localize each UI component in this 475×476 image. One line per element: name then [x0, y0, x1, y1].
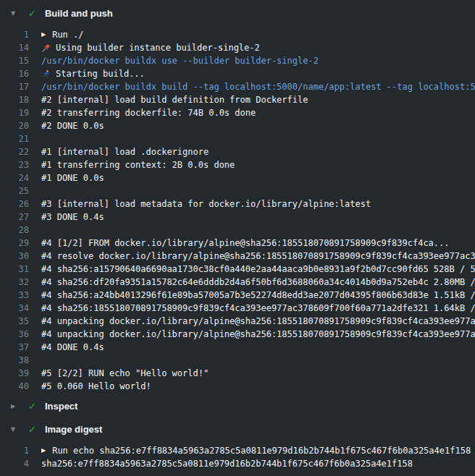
- log-text: #1 DONE 0.0s: [41, 171, 104, 184]
- log-line[interactable]: 21: [0, 132, 475, 145]
- chevron-down-icon[interactable]: ▼: [11, 426, 20, 433]
- log-line[interactable]: 1▶Run echo sha256:e7ff8834a5963a2785c5a0…: [0, 444, 475, 457]
- log-section-image-digest: ▼ ✓ Image digest 1▶Run echo sha256:e7ff8…: [0, 417, 475, 472]
- expand-run-icon[interactable]: ▶: [41, 28, 46, 41]
- log-text: Run ./: [52, 28, 83, 41]
- log-lines-build-and-push: 1▶Run ./14Using builder instance builder…: [0, 25, 475, 394]
- line-number: 35: [0, 315, 29, 328]
- log-line[interactable]: 26#3 [internal] load metadata for docker…: [0, 197, 475, 211]
- log-text: #4 sha256:a24bb4013296f61e89ba57005a7b3e…: [41, 289, 475, 302]
- log-line-text: ▶Run echo sha256:e7ff8834a5963a2785c5a08…: [41, 444, 475, 457]
- log-line-text: #4 sha256:185518070891758909c9f839cf4ca3…: [41, 302, 475, 315]
- line-number: 36: [0, 328, 29, 341]
- section-header-build-and-push[interactable]: ▼ ✓ Build and push: [0, 1, 475, 25]
- success-check-icon: ✓: [28, 401, 36, 412]
- line-number: 19: [0, 106, 29, 119]
- log-line[interactable]: 17/usr/bin/docker buildx build --tag loc…: [0, 80, 475, 93]
- log-line[interactable]: 29#4 [1/2] FROM docker.io/library/alpine…: [0, 237, 475, 250]
- line-number: 26: [0, 197, 29, 211]
- runner-icon: [41, 69, 51, 79]
- log-text: #4 DONE 0.4s: [41, 341, 104, 354]
- success-check-icon: ✓: [28, 8, 36, 19]
- log-line[interactable]: 39#5 [2/2] RUN echo "Hello world!": [0, 367, 475, 380]
- log-line-text: Starting build...: [41, 67, 475, 80]
- log-line-text: #4 DONE 0.4s: [41, 341, 475, 354]
- log-text: #4 resolve docker.io/library/alpine@sha2…: [41, 250, 475, 263]
- log-line-text: #1 [internal] load .dockerignore: [41, 145, 475, 158]
- log-line[interactable]: 23#1 transferring context: 2B 0.0s done: [0, 158, 475, 171]
- line-number: 14: [0, 41, 29, 54]
- log-line[interactable]: 31#4 sha256:a15790640a6690aa1730c38cf0a4…: [0, 263, 475, 276]
- log-line-text: #4 resolve docker.io/library/alpine@sha2…: [41, 250, 475, 263]
- log-line-text: [41, 354, 475, 367]
- line-number: 1: [0, 28, 29, 41]
- log-line[interactable]: 18#2 [internal] load build definition fr…: [0, 93, 475, 106]
- log-line[interactable]: 19#2 transferring dockerfile: 74B 0.0s d…: [0, 106, 475, 119]
- log-text: /usr/bin/docker buildx use --builder bui…: [41, 54, 319, 67]
- log-line-text: #1 transferring context: 2B 0.0s done: [41, 158, 475, 171]
- log-line[interactable]: 27#3 DONE 0.4s: [0, 211, 475, 224]
- log-line-text: #1 DONE 0.0s: [41, 171, 475, 184]
- log-text: #4 unpacking docker.io/library/alpine@sh…: [41, 328, 475, 341]
- line-number: 18: [0, 93, 29, 106]
- line-number: 15: [0, 54, 29, 67]
- log-text: #4 unpacking docker.io/library/alpine@sh…: [41, 315, 475, 328]
- log-line[interactable]: 34#4 sha256:185518070891758909c9f839cf4c…: [0, 302, 475, 315]
- line-number: 24: [0, 171, 29, 184]
- log-line-text: #2 [internal] load build definition from…: [41, 93, 475, 106]
- expand-run-icon[interactable]: ▶: [41, 444, 46, 457]
- log-line-text: #5 [2/2] RUN echo "Hello world!": [41, 367, 475, 380]
- log-line-text: [41, 184, 475, 197]
- log-line[interactable]: 30#4 resolve docker.io/library/alpine@sh…: [0, 250, 475, 263]
- log-line[interactable]: 37#4 DONE 0.4s: [0, 341, 475, 354]
- line-number: 23: [0, 158, 29, 171]
- line-number: 20: [0, 119, 29, 132]
- log-line[interactable]: 38: [0, 354, 475, 367]
- log-line-text: [41, 224, 475, 237]
- log-line[interactable]: 40#5 0.060 Hello world!: [0, 380, 475, 393]
- log-section-build-and-push: ▼ ✓ Build and push 1▶Run ./14Using build…: [0, 1, 475, 394]
- line-number: 30: [0, 250, 29, 263]
- log-line[interactable]: 28: [0, 224, 475, 237]
- line-number: 25: [0, 184, 29, 197]
- log-line[interactable]: 4sha256:e7ff8834a5963a2785c5a0811e979d16…: [0, 457, 475, 470]
- log-text: Starting build...: [56, 67, 145, 80]
- section-title: Build and push: [45, 8, 113, 19]
- log-line[interactable]: 25: [0, 184, 475, 197]
- log-text: #2 transferring dockerfile: 74B 0.0s don…: [41, 106, 256, 119]
- log-line[interactable]: 32#4 sha256:df20fa9351a15782c64e6dddb2d4…: [0, 276, 475, 289]
- log-line[interactable]: 14Using builder instance builder-single-…: [0, 41, 475, 54]
- section-header-image-digest[interactable]: ▼ ✓ Image digest: [0, 417, 475, 441]
- chevron-down-icon[interactable]: ▼: [11, 10, 20, 17]
- log-line-text: #4 [1/2] FROM docker.io/library/alpine@s…: [41, 237, 475, 250]
- line-number: 27: [0, 211, 29, 224]
- log-line[interactable]: 20#2 DONE 0.0s: [0, 119, 475, 132]
- log-line[interactable]: 35#4 unpacking docker.io/library/alpine@…: [0, 315, 475, 328]
- log-text: #4 sha256:df20fa9351a15782c64e6dddb2d4a6…: [41, 276, 475, 289]
- log-line[interactable]: 1▶Run ./: [0, 28, 475, 41]
- section-header-inspect[interactable]: ▶ ✓ Inspect: [0, 394, 475, 417]
- log-line-text: #4 sha256:a15790640a6690aa1730c38cf0a440…: [41, 263, 475, 276]
- log-line-text: Using builder instance builder-single-2: [41, 41, 475, 54]
- line-number: 21: [0, 132, 29, 145]
- log-text: #4 sha256:a15790640a6690aa1730c38cf0a440…: [41, 263, 475, 276]
- chevron-right-icon[interactable]: ▶: [11, 403, 20, 409]
- log-text: sha256:e7ff8834a5963a2785c5a0811e979d16b…: [41, 457, 413, 470]
- log-line-text: #2 transferring dockerfile: 74B 0.0s don…: [41, 106, 475, 119]
- log-line-text: sha256:e7ff8834a5963a2785c5a0811e979d16b…: [41, 457, 475, 470]
- log-line[interactable]: 22#1 [internal] load .dockerignore: [0, 145, 475, 158]
- line-number: 22: [0, 145, 29, 158]
- log-line-text: [41, 132, 475, 145]
- log-line-text: #4 unpacking docker.io/library/alpine@sh…: [41, 328, 475, 341]
- log-line[interactable]: 15/usr/bin/docker buildx use --builder b…: [0, 54, 475, 67]
- actions-log-console: ▼ ✓ Build and push 1▶Run ./14Using build…: [0, 0, 475, 476]
- line-number: 4: [0, 457, 29, 470]
- log-line[interactable]: 16Starting build...: [0, 67, 475, 80]
- log-line[interactable]: 36#4 unpacking docker.io/library/alpine@…: [0, 328, 475, 341]
- log-text: Run echo sha256:e7ff8834a5963a2785c5a081…: [52, 444, 471, 457]
- line-number: 39: [0, 367, 29, 380]
- log-text: #3 [internal] load metadata for docker.i…: [41, 197, 371, 211]
- log-line[interactable]: 24#1 DONE 0.0s: [0, 171, 475, 184]
- log-text: #4 sha256:185518070891758909c9f839cf4ca3…: [41, 302, 475, 315]
- log-line[interactable]: 33#4 sha256:a24bb4013296f61e89ba57005a7b…: [0, 289, 475, 302]
